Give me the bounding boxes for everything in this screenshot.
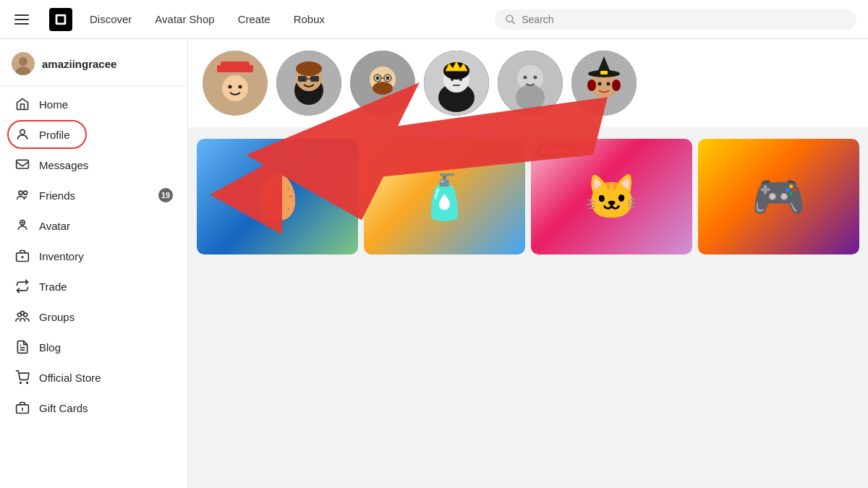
sidebar-item-trade[interactable]: Trade	[0, 271, 187, 301]
sidebar-item-friends-label: Friends	[39, 189, 75, 202]
svg-point-57	[524, 76, 527, 80]
sidebar-item-avatar-label: Avatar	[39, 220, 70, 232]
svg-point-30	[239, 85, 242, 89]
page-layout: amaziingracee Home Profile	[0, 39, 868, 488]
friend-avatar-5[interactable]	[498, 51, 563, 116]
sidebar-item-store[interactable]: Official Store	[0, 362, 187, 393]
card-decor-3: 🐱	[531, 139, 692, 254]
sidebar-item-blog-label: Blog	[39, 341, 61, 354]
svg-point-41	[376, 77, 380, 80]
sidebar-item-avatar[interactable]: Avatar	[0, 210, 187, 241]
nav-robux[interactable]: Robux	[294, 13, 325, 25]
svg-point-9	[19, 191, 22, 194]
svg-point-58	[534, 76, 537, 80]
sidebar-item-profile[interactable]: Profile	[0, 119, 187, 150]
card-decor-2: 🧴	[364, 139, 525, 254]
svg-point-56	[516, 85, 545, 111]
store-icon	[14, 369, 30, 385]
hamburger-menu[interactable]	[12, 12, 32, 27]
card-decor-1: 🥚	[197, 139, 358, 254]
profile-icon	[14, 127, 30, 142]
sidebar-item-giftcards[interactable]: Gift Cards	[0, 393, 187, 423]
avatar	[12, 52, 35, 75]
avatars-row	[188, 39, 868, 127]
messages-icon	[14, 157, 30, 173]
svg-point-64	[587, 80, 596, 91]
friend-avatar-2[interactable]	[276, 51, 341, 116]
roblox-logo[interactable]	[49, 8, 72, 31]
sidebar-username: amaziingracee	[42, 58, 116, 70]
friend-avatar-4[interactable]	[424, 51, 489, 116]
svg-point-67	[607, 82, 610, 86]
sidebar-item-store-label: Official Store	[39, 372, 101, 384]
game-cards-row: 🥚 🧴 🐱 EVENT 🎮	[188, 133, 868, 260]
inventory-icon	[14, 248, 30, 264]
nav-avatar-shop[interactable]: Avatar Shop	[155, 13, 214, 25]
svg-rect-35	[298, 76, 307, 82]
svg-point-12	[22, 222, 23, 223]
search-bar[interactable]	[495, 9, 856, 30]
sidebar-item-trade-label: Trade	[39, 281, 67, 293]
svg-point-2	[506, 15, 513, 22]
svg-point-10	[24, 191, 27, 194]
game-card-1[interactable]: 🥚	[197, 139, 358, 254]
game-card-4[interactable]: 🎮	[698, 139, 859, 254]
svg-point-66	[598, 82, 602, 86]
svg-point-29	[229, 85, 232, 89]
svg-point-34	[296, 61, 322, 76]
svg-point-52	[459, 78, 462, 81]
sidebar-item-groups[interactable]: Groups	[0, 301, 187, 332]
sidebar-item-giftcards-label: Gift Cards	[39, 402, 88, 414]
svg-point-28	[222, 75, 248, 101]
sidebar-item-friends[interactable]: Friends 19	[0, 180, 187, 210]
nav-create[interactable]: Create	[238, 13, 271, 25]
svg-point-21	[20, 382, 22, 384]
sidebar-user[interactable]: amaziingracee	[0, 45, 187, 86]
blog-icon	[14, 339, 30, 355]
svg-point-40	[373, 82, 393, 95]
svg-point-51	[451, 78, 454, 81]
avatar-icon	[14, 218, 30, 234]
friends-icon	[14, 187, 30, 203]
trade-icon	[14, 278, 30, 294]
nav-links: Discover Avatar Shop Create Robux	[90, 13, 477, 25]
svg-rect-1	[57, 16, 64, 22]
sidebar-item-profile-label: Profile	[39, 129, 70, 141]
sidebar-item-home-label: Home	[39, 98, 68, 111]
top-navigation: Discover Avatar Shop Create Robux	[0, 0, 868, 39]
search-input[interactable]	[522, 14, 846, 25]
card-decor-4: 🎮	[698, 139, 859, 254]
main-content: 🥚 🧴 🐱 EVENT 🎮	[188, 39, 868, 488]
svg-rect-27	[221, 61, 250, 72]
home-icon	[14, 96, 30, 112]
svg-rect-36	[310, 76, 319, 82]
sidebar-item-home[interactable]: Home	[0, 89, 187, 119]
sidebar-item-blog[interactable]: Blog	[0, 332, 187, 362]
nav-discover[interactable]: Discover	[90, 13, 132, 25]
sidebar-item-messages-label: Messages	[39, 159, 88, 171]
svg-rect-63	[600, 71, 608, 74]
svg-line-3	[512, 21, 515, 24]
sidebar-item-inventory-label: Inventory	[39, 250, 84, 262]
sidebar-item-messages[interactable]: Messages	[0, 150, 187, 180]
svg-point-42	[386, 77, 390, 80]
svg-point-22	[27, 382, 28, 384]
svg-point-7	[20, 129, 25, 134]
svg-rect-8	[17, 160, 29, 168]
svg-point-65	[612, 80, 621, 91]
game-card-2[interactable]: 🧴	[364, 139, 525, 254]
giftcards-icon	[14, 400, 30, 416]
svg-point-18	[21, 312, 25, 315]
event-badge: EVENT	[537, 145, 574, 156]
groups-icon	[14, 309, 30, 325]
sidebar-item-groups-label: Groups	[39, 311, 75, 323]
game-card-3[interactable]: 🐱 EVENT	[531, 139, 692, 254]
friend-avatar-3[interactable]	[350, 51, 415, 116]
friends-badge: 19	[158, 188, 173, 202]
friend-avatar-6[interactable]	[571, 51, 637, 116]
sidebar: amaziingracee Home Profile	[0, 39, 188, 488]
friend-avatar-1[interactable]	[203, 51, 268, 116]
search-icon	[505, 14, 516, 25]
sidebar-item-inventory[interactable]: Inventory	[0, 241, 187, 271]
svg-point-5	[19, 57, 27, 66]
